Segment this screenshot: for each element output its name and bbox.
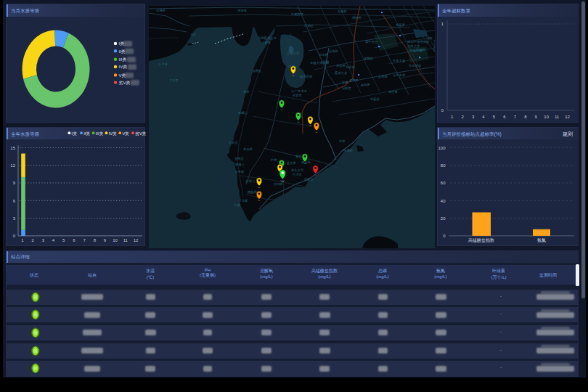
svg-text:乌水: 乌水 [190, 33, 197, 36]
svg-text:吴塘门: 吴塘门 [245, 179, 255, 183]
svg-text:吉祥桥: 吉祥桥 [274, 182, 284, 186]
svg-text:中南西路: 中南西路 [291, 12, 304, 16]
svg-text:石塘桥: 石塘桥 [156, 9, 166, 12]
svg-text:江南大学: 江南大学 [287, 52, 300, 55]
svg-text:科普馆: 科普馆 [293, 94, 302, 97]
svg-text:贡湖大道: 贡湖大道 [433, 39, 435, 52]
svg-text:艺术宫: 艺术宫 [293, 173, 302, 176]
svg-text:龙寺桥: 龙寺桥 [243, 147, 253, 151]
svg-text:感知中国博览园: 感知中国博览园 [407, 40, 429, 44]
svg-text:梁中社区: 梁中社区 [365, 39, 378, 44]
svg-text:小白龙桥: 小白龙桥 [393, 73, 406, 77]
svg-text:蠡湖大道: 蠡湖大道 [335, 70, 347, 75]
svg-text:张巷: 张巷 [342, 81, 348, 84]
svg-text:惠风桥: 惠风桥 [360, 83, 371, 86]
svg-text:叶巷: 叶巷 [271, 158, 277, 162]
svg-text:祝塘桥: 祝塘桥 [343, 149, 354, 152]
svg-text:白石里: 白石里 [229, 141, 239, 144]
svg-text:郑家桥: 郑家桥 [346, 65, 356, 69]
svg-text:薛家里: 薛家里 [304, 178, 314, 181]
svg-text:胡家渡: 胡家渡 [396, 23, 406, 27]
svg-text:吴都路: 吴都路 [378, 75, 388, 78]
svg-text:军嶂山: 军嶂山 [238, 111, 248, 115]
svg-text:高浪西路: 高浪西路 [300, 75, 313, 78]
svg-text:长广溪湿地: 长广溪湿地 [291, 89, 307, 93]
svg-text:查桥: 查桥 [243, 90, 250, 94]
svg-text:周新苑: 周新苑 [301, 160, 311, 164]
svg-text:茂塘里: 茂塘里 [252, 69, 262, 73]
svg-text:渔头文化: 渔头文化 [291, 168, 304, 172]
svg-text:南泰上: 南泰上 [235, 163, 245, 166]
svg-text:北庄桥: 北庄桥 [319, 53, 329, 57]
svg-text:塘铁桥: 塘铁桥 [351, 16, 362, 20]
svg-text:张桥: 张桥 [339, 139, 346, 143]
svg-text:东鸣里: 东鸣里 [234, 157, 245, 160]
svg-text:大渡蠡湖之光: 大渡蠡湖之光 [258, 36, 277, 41]
svg-text:社桥里: 社桥里 [342, 86, 352, 90]
svg-text:寿安桥: 寿安桥 [336, 64, 346, 68]
svg-text:东绛大学: 东绛大学 [407, 44, 420, 48]
svg-text:壬子港: 壬子港 [158, 62, 168, 66]
svg-text:乐维桥: 乐维桥 [328, 49, 339, 53]
svg-text:(无锡分校): (无锡分校) [409, 49, 424, 52]
svg-text:大浮里: 大浮里 [169, 78, 179, 82]
svg-text:滨湖区: 滨湖区 [304, 24, 314, 28]
svg-text:大桥堍: 大桥堍 [261, 41, 271, 44]
svg-text:周泾巷: 周泾巷 [388, 90, 399, 94]
svg-text:无锡太湖学院: 无锡太湖学院 [310, 61, 329, 65]
svg-text:吴都路: 吴都路 [349, 78, 359, 82]
svg-text:沈家: 沈家 [242, 199, 248, 203]
svg-text:渔港路: 渔港路 [237, 9, 248, 12]
svg-text:新生桥: 新生桥 [287, 161, 297, 165]
